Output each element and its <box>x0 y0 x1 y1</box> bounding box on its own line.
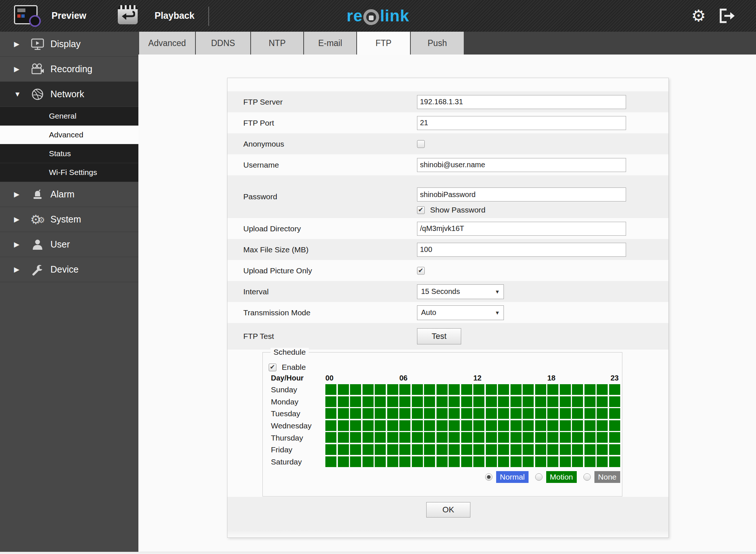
sidebar-item-display[interactable]: ▶ Display <box>0 32 138 57</box>
schedule-cell[interactable] <box>547 444 558 455</box>
schedule-cell[interactable] <box>572 432 583 443</box>
schedule-cell[interactable] <box>399 444 410 455</box>
schedule-cell[interactable] <box>387 420 398 431</box>
schedule-cell[interactable] <box>437 444 448 455</box>
schedule-cell[interactable] <box>523 432 534 443</box>
schedule-cell[interactable] <box>609 444 620 455</box>
ftp-port-input[interactable] <box>417 116 626 130</box>
schedule-cell[interactable] <box>437 396 448 407</box>
schedule-cell[interactable] <box>350 444 361 455</box>
schedule-cell[interactable] <box>547 396 558 407</box>
schedule-cell[interactable] <box>338 432 349 443</box>
schedule-cell[interactable] <box>399 384 410 395</box>
schedule-cell[interactable] <box>461 420 472 431</box>
schedule-cell[interactable] <box>437 408 448 419</box>
tab-ntp[interactable]: NTP <box>251 32 303 55</box>
schedule-cell[interactable] <box>535 432 546 443</box>
schedule-cell[interactable] <box>338 408 349 419</box>
settings-gear-icon[interactable]: ⚙ <box>689 5 708 26</box>
schedule-cell[interactable] <box>560 456 571 467</box>
schedule-cell[interactable] <box>523 420 534 431</box>
schedule-cell[interactable] <box>363 420 374 431</box>
schedule-cell[interactable] <box>350 420 361 431</box>
schedule-cell[interactable] <box>572 456 583 467</box>
upload-picture-only-checkbox[interactable]: ✔ <box>417 267 425 274</box>
schedule-cell[interactable] <box>338 444 349 455</box>
schedule-cell[interactable] <box>547 456 558 467</box>
schedule-cell[interactable] <box>449 420 460 431</box>
ftp-test-button[interactable]: Test <box>417 328 461 344</box>
sidebar-item-user[interactable]: ▶ User <box>0 232 138 257</box>
schedule-cell[interactable] <box>424 432 435 443</box>
playback-icon[interactable] <box>118 5 138 24</box>
schedule-cell[interactable] <box>486 396 497 407</box>
schedule-cell[interactable] <box>424 384 435 395</box>
show-password-checkbox[interactable]: ✔ <box>417 206 425 214</box>
schedule-cell[interactable] <box>350 396 361 407</box>
schedule-cell[interactable] <box>547 432 558 443</box>
schedule-cell[interactable] <box>387 444 398 455</box>
schedule-cell[interactable] <box>609 384 620 395</box>
schedule-cell[interactable] <box>511 444 522 455</box>
schedule-cell[interactable] <box>498 396 509 407</box>
schedule-cell[interactable] <box>412 456 423 467</box>
schedule-cell[interactable] <box>412 444 423 455</box>
schedule-cell[interactable] <box>547 420 558 431</box>
sidebar-item-recording[interactable]: ▶ Recording <box>0 57 138 82</box>
schedule-cell[interactable] <box>560 420 571 431</box>
schedule-cell[interactable] <box>584 396 596 407</box>
schedule-cell[interactable] <box>597 432 608 443</box>
schedule-cell[interactable] <box>523 408 534 419</box>
schedule-cell[interactable] <box>572 384 583 395</box>
schedule-cell[interactable] <box>424 456 435 467</box>
schedule-cell[interactable] <box>461 396 472 407</box>
schedule-cell[interactable] <box>584 444 596 455</box>
schedule-cell[interactable] <box>523 384 534 395</box>
schedule-cell[interactable] <box>473 444 484 455</box>
mode-radio-none[interactable] <box>583 473 591 481</box>
anonymous-checkbox[interactable] <box>417 140 425 148</box>
schedule-cell[interactable] <box>437 432 448 443</box>
horizontal-scrollbar[interactable] <box>0 552 756 554</box>
schedule-cell[interactable] <box>461 384 472 395</box>
playback-nav-button[interactable]: Playback <box>155 10 194 21</box>
schedule-cell[interactable] <box>572 420 583 431</box>
schedule-cell[interactable] <box>511 432 522 443</box>
mode-label-none[interactable]: None <box>594 471 620 483</box>
sidebar-item-alarm[interactable]: ▶ Alarm <box>0 182 138 207</box>
schedule-cell[interactable] <box>560 432 571 443</box>
schedule-cell[interactable] <box>584 408 596 419</box>
schedule-cell[interactable] <box>597 396 608 407</box>
schedule-cell[interactable] <box>437 420 448 431</box>
schedule-cell[interactable] <box>572 408 583 419</box>
schedule-cell[interactable] <box>547 384 558 395</box>
schedule-cell[interactable] <box>486 384 497 395</box>
schedule-cell[interactable] <box>609 396 620 407</box>
schedule-cell[interactable] <box>560 396 571 407</box>
mode-radio-normal[interactable] <box>485 473 492 481</box>
schedule-cell[interactable] <box>535 420 546 431</box>
schedule-cell[interactable] <box>338 396 349 407</box>
schedule-cell[interactable] <box>584 420 596 431</box>
schedule-cell[interactable] <box>498 408 509 419</box>
schedule-cell[interactable] <box>597 408 608 419</box>
schedule-cell[interactable] <box>511 408 522 419</box>
schedule-cell[interactable] <box>473 396 484 407</box>
schedule-cell[interactable] <box>437 456 448 467</box>
schedule-cell[interactable] <box>375 444 386 455</box>
schedule-cell[interactable] <box>609 408 620 419</box>
schedule-cell[interactable] <box>412 408 423 419</box>
schedule-cell[interactable] <box>424 396 435 407</box>
preview-icon[interactable] <box>14 5 38 24</box>
schedule-cell[interactable] <box>412 420 423 431</box>
schedule-cell[interactable] <box>424 444 435 455</box>
tab-ddns[interactable]: DDNS <box>196 32 250 55</box>
schedule-cell[interactable] <box>387 456 398 467</box>
schedule-cell[interactable] <box>486 456 497 467</box>
schedule-cell[interactable] <box>387 432 398 443</box>
schedule-cell[interactable] <box>375 420 386 431</box>
schedule-cell[interactable] <box>473 384 484 395</box>
schedule-cell[interactable] <box>387 396 398 407</box>
mode-label-normal[interactable]: Normal <box>496 471 529 483</box>
ftp-server-input[interactable] <box>417 95 626 109</box>
